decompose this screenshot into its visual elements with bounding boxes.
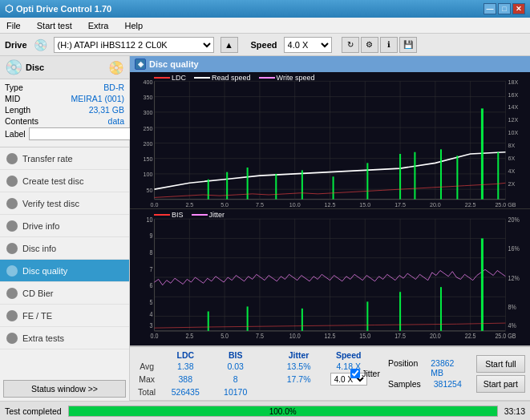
jitter-checkbox-label: Jitter (362, 369, 380, 378)
drive-bar: Drive 💿 (H:) ATAPI iHBS112 2 CL0K ▲ Spee… (0, 34, 530, 56)
svg-text:17.5: 17.5 (394, 333, 406, 341)
stats-table: LDC BIS Jitter Speed Avg 1.38 0.03 13.5% (135, 349, 374, 398)
ldc-legend-color (154, 77, 170, 79)
sidebar-item-create-test-disc[interactable]: Create test disc (0, 170, 129, 192)
svg-rect-49 (208, 180, 209, 200)
svg-text:22.5: 22.5 (465, 333, 476, 341)
svg-text:5.0: 5.0 (220, 333, 229, 341)
svg-text:250: 250 (144, 124, 153, 131)
svg-text:16X: 16X (508, 91, 519, 98)
label-input[interactable] (29, 127, 136, 140)
jitter-col-header: Jitter (275, 349, 322, 361)
svg-text:7: 7 (150, 265, 153, 273)
sidebar-item-disc-quality[interactable]: Disc quality (0, 260, 129, 282)
elapsed-time: 33:13 (504, 406, 525, 416)
status-window-button[interactable]: Status window >> (3, 380, 126, 398)
svg-text:4%: 4% (508, 322, 516, 330)
samples-label: Samples (388, 379, 421, 389)
menu-extra[interactable]: Extra (85, 20, 112, 31)
svg-text:17.5: 17.5 (394, 200, 406, 208)
sidebar-item-drive-info[interactable]: Drive info (0, 215, 129, 237)
mid-value: MEIRA1 (001) (71, 94, 124, 103)
action-buttons: Start full Start part (476, 355, 525, 393)
status-text: Test completed (5, 406, 62, 416)
position-label: Position (388, 358, 418, 378)
position-value: 23862 MB (431, 358, 462, 378)
total-ldc: 526435 (159, 386, 212, 398)
sidebar-item-verify-test-disc[interactable]: Verify test disc (0, 192, 129, 215)
svg-text:12X: 12X (508, 116, 519, 123)
svg-text:9: 9 (150, 232, 153, 240)
svg-text:20%: 20% (508, 216, 520, 224)
svg-rect-55 (366, 163, 368, 199)
start-part-button[interactable]: Start part (476, 375, 525, 393)
svg-text:10.0: 10.0 (289, 200, 301, 208)
sidebar-item-fe-te[interactable]: FE / TE (0, 305, 129, 327)
jitter-checkbox[interactable] (350, 369, 360, 378)
contents-label: Contents (5, 116, 38, 126)
max-ldc: 388 (159, 372, 212, 386)
svg-text:6: 6 (150, 282, 154, 290)
svg-text:22.5: 22.5 (465, 200, 476, 208)
svg-text:25.0 GB: 25.0 GB (495, 333, 516, 341)
maximize-button[interactable]: □ (498, 3, 511, 14)
sidebar-item-transfer-rate[interactable]: Transfer rate (0, 147, 129, 170)
label-label: Label (5, 129, 26, 139)
avg-ldc: 1.38 (159, 361, 212, 372)
ldc-col-header: LDC (159, 349, 212, 361)
svg-text:8X: 8X (508, 142, 516, 149)
minimize-button[interactable]: — (483, 3, 496, 14)
sidebar-item-cd-bier[interactable]: CD Bier (0, 282, 129, 305)
start-full-button[interactable]: Start full (476, 355, 525, 373)
stats-panel: LDC BIS Jitter Speed Avg 1.38 0.03 13.5% (130, 345, 530, 401)
svg-text:0.0: 0.0 (151, 333, 159, 341)
menu-start-test[interactable]: Start test (34, 20, 75, 31)
avg-label: Avg (135, 361, 159, 372)
disc-quality-icon (6, 265, 18, 277)
max-bis: 8 (212, 372, 259, 386)
sidebar-menu: Transfer rate Create test disc Verify te… (0, 147, 129, 377)
refresh-button[interactable]: ↻ (342, 37, 359, 53)
fe-te-icon (6, 310, 18, 321)
progress-container: 100.0% (68, 406, 498, 417)
sidebar-item-extra-tests[interactable]: Extra tests (0, 327, 129, 349)
svg-rect-60 (481, 108, 483, 199)
jitter-checkbox-area: Jitter (350, 369, 380, 378)
verify-test-disc-icon (6, 198, 18, 209)
contents-value: data (108, 116, 124, 126)
svg-rect-108 (366, 301, 368, 330)
drive-select[interactable]: (H:) ATAPI iHBS112 2 CL0K (54, 37, 214, 53)
close-button[interactable]: ✕ (512, 3, 525, 14)
save-button[interactable]: 💾 (399, 37, 417, 53)
sidebar-item-disc-info[interactable]: Disc info (0, 237, 129, 260)
svg-rect-51 (247, 168, 249, 200)
write-speed-legend-item: Write speed (259, 74, 315, 82)
disc-info-button[interactable]: ℹ (380, 37, 398, 53)
speed-select[interactable]: 4.0 X (284, 37, 332, 53)
svg-text:2.5: 2.5 (185, 200, 193, 208)
position-info: Position 23862 MB Samples 381254 (388, 358, 462, 389)
svg-text:4: 4 (150, 310, 154, 318)
svg-rect-54 (333, 176, 334, 199)
ldc-legend-item: LDC (154, 74, 186, 82)
settings-button[interactable]: ⚙ (361, 37, 378, 53)
svg-text:2X: 2X (508, 180, 516, 187)
svg-text:20.0: 20.0 (430, 200, 441, 208)
bis-legend-color (154, 214, 170, 216)
svg-text:350: 350 (144, 94, 153, 101)
svg-text:14X: 14X (508, 103, 519, 111)
jitter-legend-color (192, 214, 208, 216)
progress-text: 100.0% (69, 406, 497, 417)
write-speed-legend-color (259, 77, 275, 79)
cd-bier-icon (6, 288, 18, 299)
svg-text:10.0: 10.0 (289, 333, 301, 341)
menu-file[interactable]: File (3, 20, 24, 31)
chart1-legend: LDC Read speed Write speed (154, 74, 314, 82)
svg-text:12.5: 12.5 (325, 200, 336, 208)
samples-value: 381254 (434, 379, 462, 389)
eject-button[interactable]: ▲ (220, 37, 238, 53)
chart1-svg: 400 350 300 250 200 150 100 50 18X 16X 1… (130, 72, 530, 208)
menu-help[interactable]: Help (121, 20, 146, 31)
speed-col-header: Speed (322, 349, 374, 361)
max-label: Max (135, 372, 159, 386)
